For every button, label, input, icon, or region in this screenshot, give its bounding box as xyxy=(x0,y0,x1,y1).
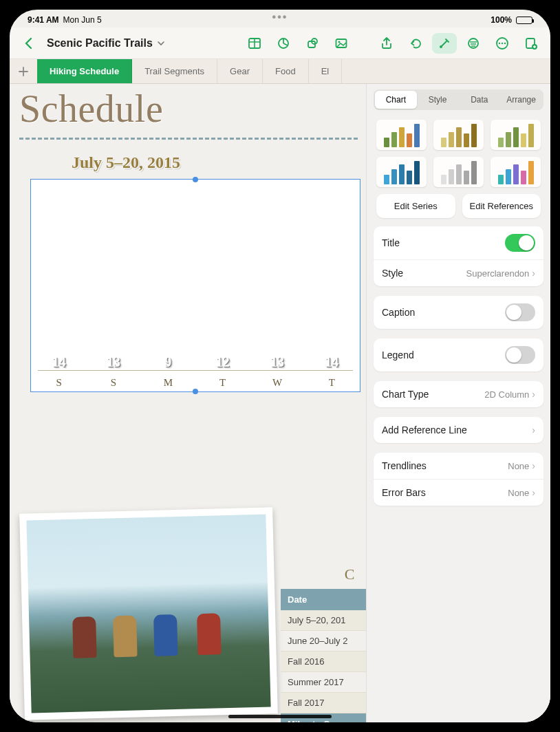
bar-value-label: 13 xyxy=(270,354,284,370)
edit-references-button[interactable]: Edit References xyxy=(462,194,541,218)
chart-style-grid xyxy=(367,116,550,194)
chart-style-thumb[interactable] xyxy=(376,120,427,150)
chevron-right-icon: › xyxy=(532,424,535,435)
chevron-down-icon xyxy=(157,39,165,47)
add-sheet-button[interactable] xyxy=(10,59,37,83)
sheet-tab[interactable]: Hiking Schedule xyxy=(37,59,132,83)
home-indicator[interactable] xyxy=(228,715,332,718)
panel-tab[interactable]: Chart xyxy=(375,91,417,109)
battery-percent: 100% xyxy=(491,15,512,25)
row-label: Error Bars xyxy=(382,487,426,498)
panel-tabs: ChartStyleDataArrange xyxy=(374,89,543,110)
svg-point-15 xyxy=(502,42,503,43)
chevron-right-icon: › xyxy=(532,487,535,498)
x-tick-label: S xyxy=(92,377,134,389)
status-date: Mon Jun 5 xyxy=(63,15,102,25)
bar-value-label: 14 xyxy=(52,354,66,370)
chart-type-row[interactable]: Chart Type 2D Column› xyxy=(374,381,543,407)
svg-point-16 xyxy=(504,42,506,43)
document-canvas[interactable]: Schedule July 5–20, 2015 14139121314 SSM… xyxy=(10,84,367,722)
multitask-indicator-icon[interactable]: ••• xyxy=(272,11,288,23)
organize-button[interactable] xyxy=(461,33,486,54)
more-button[interactable] xyxy=(490,33,515,54)
panel-tab[interactable]: Arrange xyxy=(500,91,542,109)
insert-chart-button[interactable] xyxy=(271,33,296,54)
chart-title[interactable]: July 5–20, 2015 xyxy=(72,153,360,172)
document-title[interactable]: Scenic Pacific Trails xyxy=(47,37,165,50)
selection-handle[interactable] xyxy=(193,177,198,182)
x-axis-line xyxy=(38,370,353,371)
caption-toggle-row[interactable]: Caption xyxy=(374,296,543,329)
svg-point-8 xyxy=(440,45,442,48)
sheet-tabs: Hiking ScheduleTrail SegmentsGearFoodEl xyxy=(10,59,550,84)
row-value-text: None xyxy=(508,488,529,498)
edit-series-button[interactable]: Edit Series xyxy=(376,194,455,218)
selection-handle[interactable] xyxy=(193,389,198,394)
page-heading: Schedule xyxy=(10,84,367,135)
x-tick-label: S xyxy=(38,377,80,389)
error-bars-row[interactable]: Error Bars None› xyxy=(374,480,543,506)
app-toolbar: Scenic Pacific Trails xyxy=(10,28,550,59)
legend-toggle-row[interactable]: Legend xyxy=(374,338,543,372)
panel-tab[interactable]: Data xyxy=(459,91,501,109)
photo-object[interactable] xyxy=(19,507,278,720)
row-label: Caption xyxy=(382,307,415,318)
insert-media-button[interactable] xyxy=(329,33,354,54)
row-label: Chart Type xyxy=(382,389,429,400)
sheet-tab[interactable]: Food xyxy=(263,59,309,83)
chart-style-thumb[interactable] xyxy=(491,120,541,150)
undo-button[interactable] xyxy=(403,33,428,54)
svg-point-7 xyxy=(338,41,341,43)
bar-value-label: 12 xyxy=(216,354,230,370)
trendlines-row[interactable]: Trendlines None› xyxy=(374,453,543,480)
chart-style-thumb[interactable] xyxy=(433,120,484,150)
chart-object[interactable]: 14139121314 SSMTWT xyxy=(30,179,360,392)
title-toggle-row[interactable]: Title xyxy=(374,226,543,260)
chevron-right-icon: › xyxy=(532,460,535,471)
x-tick-label: W xyxy=(256,377,298,389)
sheet-tab[interactable]: Gear xyxy=(217,59,263,83)
row-label: Title xyxy=(382,237,400,248)
toggle-switch[interactable] xyxy=(505,234,535,252)
add-reference-line-row[interactable]: Add Reference Line › xyxy=(374,417,543,443)
battery-icon xyxy=(516,17,532,24)
toggle-switch[interactable] xyxy=(505,346,535,364)
bar-value-label: 14 xyxy=(325,354,338,370)
insert-table-button[interactable] xyxy=(242,33,267,54)
chart-style-thumb[interactable] xyxy=(491,157,541,187)
document-title-text: Scenic Pacific Trails xyxy=(47,37,153,50)
sheet-tab[interactable]: Trail Segments xyxy=(132,59,217,83)
format-button[interactable] xyxy=(432,33,457,54)
row-label: Add Reference Line xyxy=(382,424,467,435)
row-value-text: Superclarendon xyxy=(466,268,530,279)
chevron-right-icon: › xyxy=(532,268,535,279)
toggle-switch[interactable] xyxy=(505,303,535,321)
style-row[interactable]: Style Superclarendon› xyxy=(374,260,543,286)
row-label: Trendlines xyxy=(382,460,427,471)
status-time: 9:41 AM xyxy=(28,15,59,25)
photo-image xyxy=(26,514,270,713)
new-sheet-button[interactable] xyxy=(519,33,543,54)
bar-value-label: 13 xyxy=(107,354,120,370)
chevron-right-icon: › xyxy=(532,389,535,400)
format-panel: ChartStyleDataArrange xyxy=(366,84,550,722)
x-tick-label: T xyxy=(202,377,244,389)
share-button[interactable] xyxy=(374,33,399,54)
back-button[interactable] xyxy=(17,33,41,54)
row-label: Style xyxy=(382,268,403,279)
panel-tab[interactable]: Style xyxy=(417,91,459,109)
status-bar: 9:41 AM Mon Jun 5 ••• 100% xyxy=(10,10,550,28)
sheet-tab[interactable]: El xyxy=(309,59,343,83)
chart-style-thumb[interactable] xyxy=(376,157,427,187)
row-value-text: 2D Column xyxy=(484,389,529,400)
chart-style-thumb[interactable] xyxy=(433,157,484,187)
row-value-text: None xyxy=(508,461,529,471)
svg-point-9 xyxy=(469,39,478,48)
divider xyxy=(19,138,358,140)
svg-point-14 xyxy=(499,42,500,43)
insert-shape-button[interactable] xyxy=(300,33,325,54)
x-tick-label: M xyxy=(147,377,189,389)
x-tick-label: T xyxy=(311,377,353,389)
bar-value-label: 9 xyxy=(164,354,171,370)
row-label: Legend xyxy=(382,349,414,360)
